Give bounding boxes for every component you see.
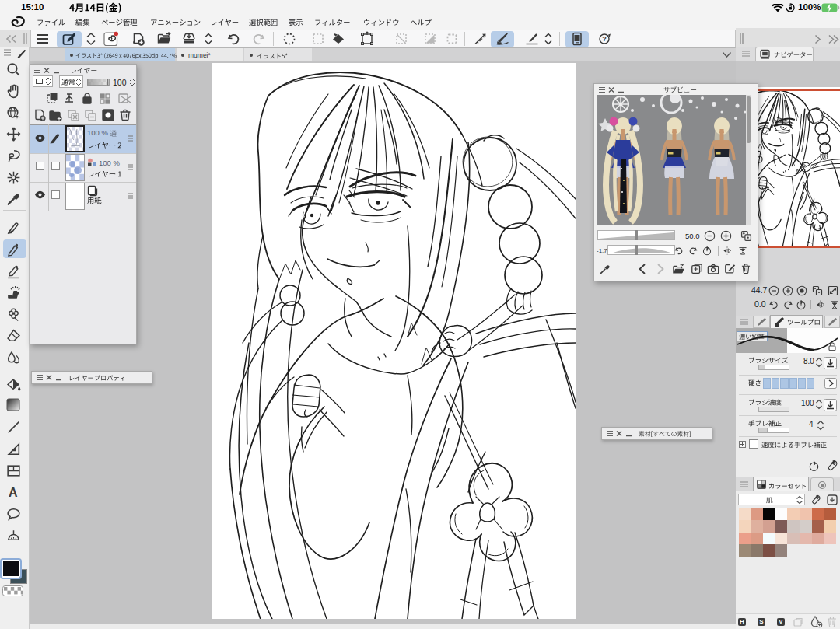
svg-text:?: ? (602, 35, 607, 43)
